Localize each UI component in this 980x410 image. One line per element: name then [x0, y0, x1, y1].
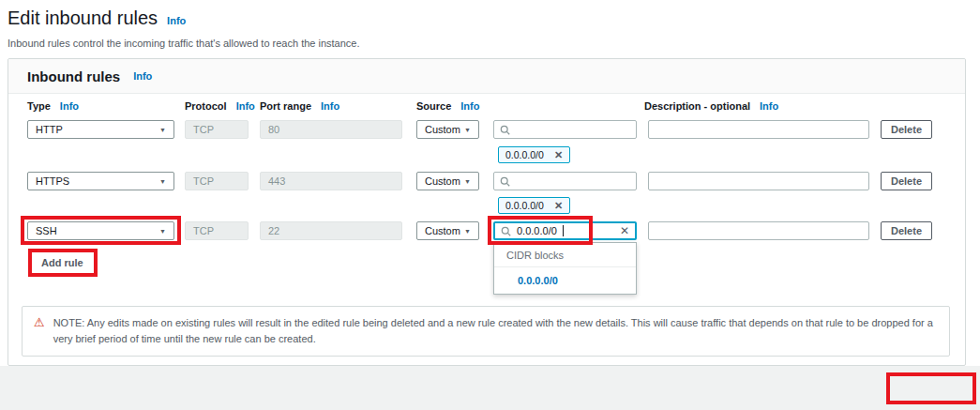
chevron-down-icon: ▼: [464, 178, 471, 185]
source-search-input-row3[interactable]: 0.0.0.0/0 ✕: [493, 221, 637, 240]
protocol-field-row1: TCP: [185, 120, 249, 139]
panel-header: Inbound rules Info: [8, 59, 965, 94]
delete-button-row3[interactable]: Delete: [881, 221, 932, 240]
panel-info-link[interactable]: Info: [133, 70, 152, 82]
protocol-field-row3: TCP: [185, 221, 249, 240]
source-suggestion-dropdown: CIDR blocks 0.0.0.0/0: [493, 242, 637, 295]
note-box: ⚠ NOTE: Any edits made on existing rules…: [22, 306, 950, 357]
column-header-type: Type Info: [27, 100, 79, 112]
panel-body: Type Info Protocol Info Port range Info …: [8, 94, 965, 365]
remove-token-icon[interactable]: ✕: [554, 201, 563, 211]
dropdown-option-cidr[interactable]: 0.0.0.0/0: [494, 267, 636, 294]
annotation-box-save-rules: [886, 372, 976, 404]
source-query-text: 0.0.0.0/0: [517, 225, 557, 236]
page-header: Edit inbound rules Info Inbound rules co…: [8, 8, 360, 49]
port-range-info-link[interactable]: Info: [321, 100, 339, 112]
page-title-info-link[interactable]: Info: [167, 15, 186, 26]
source-search-input-row1[interactable]: [493, 120, 637, 139]
column-header-protocol: Protocol Info: [185, 100, 255, 112]
inbound-rules-panel: Inbound rules Info Type Info Protocol In…: [8, 58, 966, 366]
source-info-link[interactable]: Info: [460, 100, 479, 112]
column-header-description: Description - optional Info: [644, 100, 778, 112]
dropdown-group-label: CIDR blocks: [494, 243, 636, 267]
protocol-field-row2: TCP: [185, 172, 249, 190]
delete-button-row2[interactable]: Delete: [881, 172, 932, 190]
port-field-row3: 22: [260, 221, 402, 240]
source-token-row2: 0.0.0.0/0 ✕: [498, 197, 570, 214]
note-text: NOTE: Any edits made on existing rules w…: [53, 315, 938, 347]
text-cursor: [563, 225, 564, 236]
source-token-row1: 0.0.0.0/0 ✕: [498, 146, 570, 163]
source-mode-select-row1[interactable]: Custom ▼: [416, 120, 479, 139]
warning-icon: ⚠: [34, 315, 45, 347]
delete-button-row1[interactable]: Delete: [881, 120, 932, 139]
search-icon: [500, 176, 510, 187]
description-info-link[interactable]: Info: [760, 100, 778, 112]
description-input-row1[interactable]: [648, 120, 869, 139]
panel-title: Inbound rules: [27, 68, 120, 84]
description-input-row2[interactable]: [648, 172, 869, 190]
description-input-row3[interactable]: [648, 221, 869, 240]
page-title: Edit inbound rules: [8, 8, 158, 29]
column-header-port-range: Port range Info: [260, 100, 339, 112]
source-mode-select-row2[interactable]: Custom ▼: [416, 172, 479, 190]
search-icon: [500, 125, 510, 135]
type-info-link[interactable]: Info: [60, 100, 79, 112]
remove-token-icon[interactable]: ✕: [554, 150, 563, 160]
port-field-row1: 80: [260, 120, 402, 139]
type-select-row2[interactable]: HTTPS ▼: [27, 172, 174, 190]
column-header-source: Source Info: [416, 100, 479, 112]
chevron-down-icon: ▼: [159, 178, 166, 185]
source-search-input-row2[interactable]: [493, 172, 637, 190]
add-rule-button[interactable]: Add rule: [34, 254, 91, 271]
protocol-info-link[interactable]: Info: [236, 100, 255, 112]
type-select-row3[interactable]: SSH ▼: [27, 221, 174, 240]
footer-bar: Cancel Preview changes Save rules: [0, 366, 980, 410]
clear-input-icon[interactable]: ✕: [620, 225, 629, 236]
page-subtitle: Inbound rules control the incoming traff…: [8, 38, 360, 49]
type-select-row1[interactable]: HTTP ▼: [27, 120, 174, 139]
search-icon: [501, 226, 511, 236]
source-mode-select-row3[interactable]: Custom ▼: [416, 221, 479, 240]
port-field-row2: 443: [260, 172, 402, 190]
chevron-down-icon: ▼: [159, 127, 166, 133]
chevron-down-icon: ▼: [464, 127, 471, 133]
chevron-down-icon: ▼: [159, 228, 166, 235]
chevron-down-icon: ▼: [464, 228, 471, 235]
